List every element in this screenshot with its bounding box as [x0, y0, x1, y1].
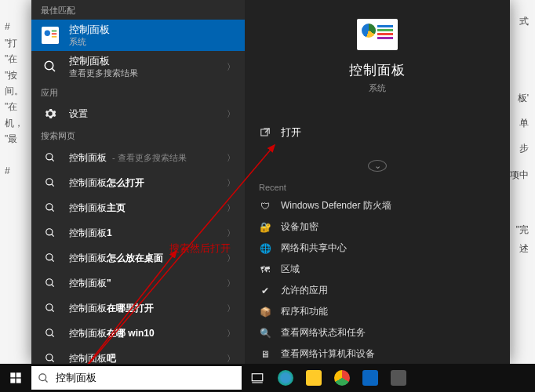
svg-line-20 — [52, 310, 54, 312]
recent-item[interactable]: 🔍查看网络状态和任务 — [245, 322, 510, 343]
web-result[interactable]: 控制面板在哪里打开〉 — [31, 296, 245, 321]
chevron-right-icon: 〉 — [227, 152, 235, 164]
taskbar-app-mail[interactable] — [356, 364, 384, 392]
svg-line-16 — [52, 260, 54, 262]
recent-item-icon: 🗺 — [259, 263, 271, 276]
search-icon — [41, 299, 60, 318]
search-icon — [41, 324, 60, 343]
svg-rect-28 — [10, 372, 15, 377]
expand-button[interactable]: ⌄ — [368, 160, 387, 172]
search-icon — [38, 372, 49, 384]
recent-item-icon: 🔍 — [259, 327, 271, 339]
svg-point-15 — [46, 254, 53, 260]
taskbar-app-generic[interactable] — [384, 364, 413, 392]
svg-rect-30 — [10, 379, 15, 383]
chevron-right-icon: 〉 — [227, 202, 235, 214]
search-icon — [41, 249, 60, 267]
svg-point-17 — [46, 279, 53, 285]
recent-item[interactable]: 📦程序和功能 — [245, 301, 510, 322]
svg-line-33 — [45, 379, 47, 382]
chevron-right-icon: 〉 — [227, 177, 235, 189]
svg-point-9 — [46, 179, 53, 185]
recent-item-icon: 🖥 — [259, 348, 271, 361]
recent-item[interactable]: 🛡Windows Defender 防火墙 — [245, 195, 510, 216]
taskbar-app-explorer[interactable] — [300, 364, 328, 392]
start-search-panel: 最佳匹配 控制面板 系统 控制面板 查看更多搜索结果 〉 应用 — [31, 0, 510, 364]
open-label: 打开 — [281, 125, 301, 140]
preview-title: 控制面板 — [349, 61, 406, 79]
recent-item-icon: 📦 — [259, 306, 271, 318]
apps-label: 应用 — [31, 82, 245, 102]
web-result[interactable]: 控制面板在哪 win10〉 — [31, 321, 245, 346]
recent-item[interactable]: 🔐设备加密 — [245, 216, 510, 238]
chevron-right-icon: 〉 — [227, 108, 235, 120]
svg-line-22 — [52, 335, 54, 337]
svg-line-12 — [52, 209, 54, 212]
svg-rect-25 — [261, 129, 268, 136]
recent-item-label: 设备加密 — [281, 220, 318, 234]
svg-line-6 — [52, 68, 55, 71]
recent-item[interactable]: 🖥查看网络计算机和设备 — [245, 343, 510, 365]
web-result[interactable]: 控制面板主页〉 — [31, 195, 245, 220]
svg-rect-29 — [16, 372, 21, 377]
recent-item-label: Windows Defender 防火墙 — [281, 199, 391, 212]
search-icon — [41, 148, 60, 167]
recent-item-label: 允许的应用 — [281, 284, 328, 297]
preview-subtitle: 系统 — [369, 82, 386, 94]
svg-line-10 — [52, 184, 54, 187]
recent-label: Recent — [245, 178, 510, 195]
svg-rect-31 — [16, 379, 21, 383]
open-action[interactable]: 打开 — [245, 118, 510, 147]
web-result[interactable]: 控制面板怎么放在桌面〉 — [31, 245, 245, 270]
search-icon — [41, 57, 60, 76]
search-icon — [41, 173, 60, 192]
svg-point-32 — [39, 373, 46, 380]
svg-rect-2 — [52, 31, 56, 32]
search-input[interactable] — [56, 372, 235, 384]
search-results-column: 最佳匹配 控制面板 系统 控制面板 查看更多搜索结果 〉 应用 — [31, 0, 245, 364]
svg-line-14 — [52, 234, 54, 237]
chevron-right-icon: 〉 — [227, 353, 235, 365]
result-settings-app[interactable]: 设置 〉 — [31, 102, 245, 125]
recent-item-icon: 🔐 — [259, 221, 271, 234]
recent-item[interactable]: 🗺区域 — [245, 259, 510, 280]
recent-item-label: 网络和共享中心 — [281, 241, 347, 255]
recent-item-icon: 🌐 — [259, 242, 271, 255]
chevron-right-icon: 〉 — [227, 303, 235, 314]
chevron-right-icon: 〉 — [227, 227, 235, 239]
result-control-panel-app[interactable]: 控制面板 系统 — [31, 20, 245, 51]
svg-line-24 — [52, 360, 54, 362]
svg-line-8 — [52, 159, 54, 162]
open-icon — [259, 126, 271, 139]
recent-item[interactable]: 🌐网络和共享中心 — [245, 238, 510, 259]
preview-hero: 控制面板 系统 — [245, 0, 510, 108]
chevron-right-icon: 〉 — [227, 278, 235, 289]
taskbar-apps — [243, 364, 413, 392]
preview-column: 控制面板 系统 打开 ⌄ Recent 🛡Windows Defender 防火… — [245, 0, 510, 364]
search-icon — [41, 198, 60, 217]
taskbar-app-chrome[interactable] — [328, 364, 356, 392]
web-result[interactable]: 控制面板吧〉 — [31, 346, 245, 364]
svg-rect-3 — [52, 33, 56, 34]
result-subtitle: 系统 — [69, 37, 235, 48]
chevron-right-icon: 〉 — [227, 328, 235, 339]
recent-item-label: 区域 — [281, 263, 300, 276]
recent-item-label: 查看网络状态和任务 — [281, 326, 366, 339]
web-result[interactable]: 控制面板怎么打开〉 — [31, 170, 245, 195]
start-button[interactable] — [0, 364, 31, 392]
svg-point-11 — [46, 204, 53, 210]
taskbar-app-edge[interactable] — [271, 364, 300, 392]
search-icon — [41, 274, 60, 292]
recent-item-icon: 🛡 — [259, 200, 271, 212]
recent-item[interactable]: ✔允许的应用 — [245, 280, 510, 301]
search-icon — [41, 349, 60, 364]
web-result[interactable]: 控制面板1〉 — [31, 220, 245, 245]
web-result[interactable]: 控制面板"〉 — [31, 270, 245, 296]
task-view-button[interactable] — [243, 364, 271, 392]
taskbar-search[interactable] — [31, 366, 242, 390]
recent-item-label: 查看网络计算机和设备 — [281, 347, 375, 361]
result-more-search[interactable]: 控制面板 查看更多搜索结果 〉 — [31, 51, 245, 82]
web-result[interactable]: 控制面板 - 查看更多搜索结果〉 — [31, 145, 245, 170]
control-panel-icon — [41, 26, 60, 45]
taskbar — [0, 364, 535, 392]
